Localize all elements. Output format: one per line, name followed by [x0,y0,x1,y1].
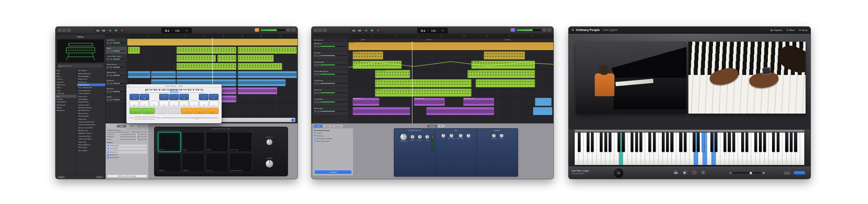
setting-row[interactable]: Count-in [314,133,352,134]
library-category-item[interactable]: Classics [56,78,77,80]
edit-echo-reverb-button[interactable]: Edit Echo and Reverb Settings [107,174,147,178]
region-audio[interactable]: Electro Bass - 09 [463,98,494,106]
piano-black-key[interactable] [635,133,638,152]
sensitivity-slider[interactable] [107,132,147,133]
track-header[interactable]: SynthMS [106,46,127,54]
volume-thumb[interactable] [749,172,752,175]
view-toggle-eq[interactable]: EQ [437,125,444,128]
region-audio[interactable]: Electro Bass - 16 [353,98,379,106]
solo-button[interactable]: S [317,73,320,75]
piano-black-key[interactable] [741,133,744,152]
track-header[interactable]: Vibe LeadMS [313,88,348,97]
library-patch-item[interactable]: Massive Trance Pad [77,126,105,129]
mute-button[interactable]: M [314,73,316,75]
plugin-slot[interactable]: Channel EQ [107,148,147,150]
library-category-item[interactable]: Bell [56,72,77,75]
region-midi[interactable]: Hat Cap 04 [353,51,384,60]
topbar-button-mixer[interactable]: ☰Mixer [786,29,794,31]
rewind-button[interactable]: ◀◀ [95,28,100,32]
piano-black-key[interactable] [587,133,589,152]
master-volume-slider[interactable] [516,29,541,31]
track-header[interactable]: Sweeping ArpMS [313,60,348,70]
track-header[interactable]: Lead VocalMS [106,38,127,46]
region-midi[interactable] [238,63,282,70]
piano-black-key[interactable] [710,133,713,152]
piano-black-key[interactable] [648,133,651,152]
smart-controls-icon[interactable] [543,29,546,31]
piano-black-key[interactable] [715,133,717,152]
typing-key-modifier[interactable]: Z [130,108,142,114]
mixer-icon[interactable] [292,29,295,31]
library-category-item[interactable]: Bass [56,69,77,72]
track-header[interactable]: Picked BassMS [313,97,348,107]
region-audio[interactable] [238,79,286,86]
piano-black-key[interactable] [600,133,602,152]
solo-button[interactable]: S [110,91,112,93]
play-button[interactable]: ▶ [370,28,375,32]
region-midi[interactable] [217,55,236,62]
library-patch-item[interactable]: Ethereal Drive [77,112,105,115]
region-midi[interactable] [177,55,216,62]
transform-pad-cell[interactable]: SOFT VOCAL [229,132,252,152]
region-audio[interactable] [238,87,277,94]
piano-black-key[interactable] [759,133,762,152]
volume-slider[interactable] [733,172,761,173]
track-header[interactable]: Classic Rock OrganMS [106,54,127,63]
piano-black-key[interactable] [617,133,620,152]
playhead[interactable] [412,42,412,123]
solo-button[interactable]: S [317,46,320,48]
typing-key-white[interactable]: K [199,101,209,107]
piano-black-key[interactable] [754,133,757,152]
library-category-item[interactable]: Rhythmic [56,98,77,100]
ratio-knob[interactable] [410,135,415,139]
metronome-toggle[interactable] [784,172,791,175]
solo-button[interactable]: S [110,75,112,76]
octave-number-key[interactable]: 6 [143,116,146,120]
mute-button[interactable]: M [107,66,109,68]
mute-button[interactable]: M [107,75,109,76]
setting-row[interactable]: Overlapping Recordings [314,138,352,140]
automation-curve[interactable] [348,60,553,69]
typing-key-black[interactable]: O [199,94,209,100]
toolbar-icon[interactable] [67,29,71,32]
region-audio[interactable] [353,107,410,115]
tab-master[interactable]: Master [127,125,137,128]
tab-compact[interactable]: Compact [333,125,343,128]
param-slider[interactable] [120,139,147,140]
effects-knob[interactable] [266,139,273,145]
typing-key-black[interactable]: E [140,94,149,100]
mute-button[interactable]: M [107,83,109,85]
tab-master[interactable]: Master [323,125,332,128]
region-audio[interactable]: Electro Bass - 04 [414,98,445,106]
typing-key-white[interactable]: A [130,101,139,107]
piano-black-key[interactable] [790,133,792,152]
octave-number-key[interactable]: 7 [147,116,151,120]
typing-key-modifier[interactable]: B [181,108,193,114]
transform-pad-cell[interactable]: STABBED [182,153,205,173]
time-signature-dial[interactable]: 4/4 [614,168,623,178]
library-category-item[interactable]: Drum Kits [56,81,77,83]
delay-knob[interactable] [500,134,504,138]
library-patch-item[interactable]: 80s Wonder [77,69,105,72]
section-ruler[interactable] [575,130,804,132]
transform-pad-cell[interactable]: SHINE [182,132,205,152]
piano-black-key[interactable] [670,133,673,152]
tab-track[interactable]: Track [315,125,322,128]
piano-white-key[interactable] [800,133,804,165]
solo-button[interactable]: S [317,83,320,85]
library-patch-item[interactable]: Emerald Cave Pad [77,106,105,109]
library-patch-item[interactable]: Celestial Voices [77,83,105,86]
plugin-slot[interactable]: Compressor [107,151,147,153]
piano-black-key[interactable] [772,133,775,152]
arrangement-marker[interactable]: Chorus [504,38,510,41]
topbar-button-chapters[interactable]: ▤Chapters [770,29,782,31]
library-category-item[interactable]: Synthesizer [56,109,77,112]
transform-pad-cell[interactable]: IN FOCUS [206,153,229,173]
mute-button[interactable]: M [107,42,109,44]
library-category-item[interactable]: Guitar [56,86,77,89]
record-button[interactable]: ● [691,169,698,176]
library-patch-item[interactable]: Ambient Waterfall [77,72,105,75]
library-category-item[interactable]: Orchestral [56,92,77,95]
solo-button[interactable]: S [110,83,112,85]
mute-button[interactable]: M [107,91,109,93]
